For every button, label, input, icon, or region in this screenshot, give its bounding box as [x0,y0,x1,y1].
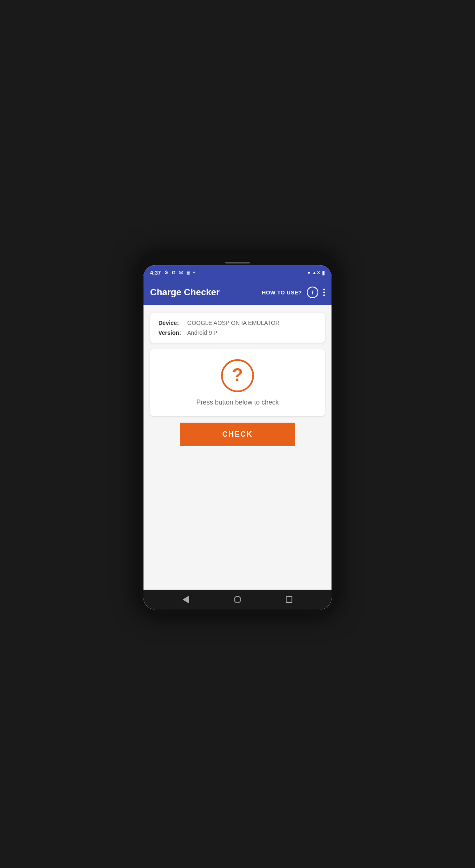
device-row: Device: GOOGLE AOSP ON IA EMULATOR [158,320,317,326]
status-right: ▾ ▲✕ ▮ [308,270,325,276]
how-to-use-button[interactable]: HOW TO USE? [262,289,302,296]
recents-button[interactable] [284,595,294,605]
main-content: Device: GOOGLE AOSP ON IA EMULATOR Versi… [143,305,332,590]
info-button[interactable]: i [307,287,318,298]
app-title: Charge Checker [150,287,220,298]
back-icon [183,595,189,604]
version-row: Version: Android 9 P [158,329,317,336]
signal-icon: ▲✕ [312,270,320,275]
version-label: Version: [158,329,187,336]
device-value: GOOGLE AOSP ON IA EMULATOR [187,320,280,326]
app-bar: Charge Checker HOW TO USE? i [143,280,332,305]
phone-screen: 4:37 ⚙ G ✉ ▦ • ▾ ▲✕ ▮ Charge Checker HOW… [143,265,332,609]
check-button[interactable]: CHECK [180,423,295,446]
question-mark-icon: ? [232,366,243,384]
version-value: Android 9 P [187,329,217,336]
press-button-prompt: Press button below to check [196,399,279,406]
more-options-button[interactable] [323,289,325,296]
home-icon [234,596,241,603]
phone-frame: 4:37 ⚙ G ✉ ▦ • ▾ ▲✕ ▮ Charge Checker HOW… [139,254,336,614]
info-icon: i [312,289,313,296]
status-left: 4:37 ⚙ G ✉ ▦ • [150,270,195,276]
google-icon: G [172,270,176,275]
status-card: ? Press button below to check [150,349,325,416]
more-dot-1 [323,289,325,290]
home-button[interactable] [233,595,242,605]
wifi-icon: ▾ [308,270,310,276]
nav-bar [143,590,332,609]
status-bar: 4:37 ⚙ G ✉ ▦ • ▾ ▲✕ ▮ [143,265,332,280]
device-label: Device: [158,320,187,326]
question-icon-circle: ? [221,359,254,392]
app-bar-actions: HOW TO USE? i [262,287,325,298]
recents-icon [286,596,292,603]
settings-icon: ⚙ [164,270,169,275]
back-button[interactable] [181,595,191,605]
top-pill [143,259,332,265]
gmail-icon: ✉ [179,270,183,275]
sim-icon: ▦ [186,271,190,275]
status-time: 4:37 [150,270,161,276]
battery-icon: ▮ [322,270,325,276]
dot-indicator: • [193,270,195,275]
more-dot-3 [323,294,325,296]
device-info-card: Device: GOOGLE AOSP ON IA EMULATOR Versi… [150,313,325,343]
more-dot-2 [323,292,325,293]
